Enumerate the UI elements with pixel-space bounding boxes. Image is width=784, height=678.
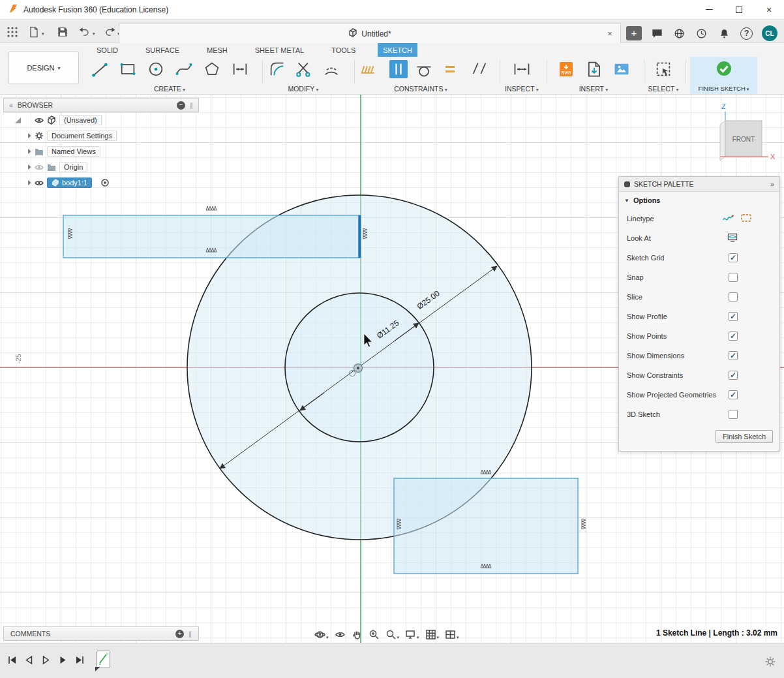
save-icon[interactable] [56,25,69,39]
group-label-inspect[interactable]: INSPECT [492,85,551,93]
zoom-window-icon[interactable] [385,629,400,640]
expand-arrow-icon[interactable] [28,180,31,185]
linetype-construction-icon[interactable] [740,213,752,224]
collapse-browser-icon[interactable]: « [9,101,13,109]
tangent-constraint-icon[interactable] [415,60,433,78]
step-forward-icon[interactable] [57,655,68,668]
undo-caret-icon[interactable]: ▾ [93,31,95,37]
tab-mesh[interactable]: MESH [202,43,233,57]
undo-icon[interactable] [78,25,91,39]
show-dimensions-checkbox[interactable] [729,351,738,360]
visibility-eye-icon[interactable] [35,179,44,187]
palette-collapse-icon[interactable]: » [770,180,774,188]
tab-surface[interactable]: SURFACE [140,43,185,57]
vertical-constraint-icon[interactable] [389,60,408,78]
viewports-icon[interactable] [445,629,459,640]
browser-minimize-icon[interactable]: − [177,101,185,110]
named-views-label[interactable]: Named Views [47,146,100,157]
help-icon[interactable]: ? [740,26,754,40]
pan-icon[interactable] [352,629,363,640]
snap-checkbox[interactable] [729,273,738,282]
file-menu-icon[interactable] [27,25,40,39]
select-tool-icon[interactable] [654,60,672,78]
app-grid-menu-icon[interactable] [6,25,19,39]
notifications-bell-icon[interactable] [717,26,731,40]
tab-solid[interactable]: SOLID [91,43,123,57]
group-label-modify[interactable]: MODIFY [274,85,333,93]
tab-tools[interactable]: TOOLS [326,43,361,57]
grid-settings-icon[interactable] [425,629,440,640]
show-projected-geometries-checkbox[interactable] [729,390,738,399]
minimize-button[interactable] [694,0,724,20]
fillet-tool-icon[interactable] [268,60,286,78]
maximize-button[interactable] [724,0,754,20]
target-icon[interactable] [100,178,110,187]
options-section-header[interactable]: ▼ Options [619,192,779,209]
linetype-normal-icon[interactable] [722,213,735,224]
insert-mesh-icon[interactable] [585,60,603,78]
timeline-settings-gear-icon[interactable] [764,656,776,670]
redo-icon[interactable] [103,25,116,39]
comments-bar[interactable]: COMMENTS + ∥ [3,626,199,641]
origin-label[interactable]: Origin [59,162,87,172]
close-button[interactable]: × [754,0,784,20]
visibility-eye-icon[interactable] [35,117,44,124]
new-tab-button[interactable]: + [626,26,642,40]
look-at-icon[interactable] [335,629,346,640]
group-label-select[interactable]: SELECT [634,85,693,93]
sketch-palette-header[interactable]: SKETCH PALETTE » [619,177,779,192]
sketch-rectangle-bottom[interactable] [394,478,578,574]
display-settings-icon[interactable] [405,629,419,640]
comments-icon[interactable] [650,26,664,40]
trim-tool-icon[interactable] [295,60,313,78]
group-label-insert[interactable]: INSERT [564,85,623,93]
go-to-end-icon[interactable] [74,655,85,668]
expand-corner-icon[interactable] [15,117,21,123]
3d-sketch-checkbox[interactable] [729,410,738,419]
look-at-icon[interactable] [727,233,738,244]
expand-arrow-icon[interactable] [28,149,31,154]
step-back-icon[interactable] [23,655,35,668]
go-to-start-icon[interactable] [7,655,18,668]
finish-sketch-button[interactable]: FINISH SKETCH [690,57,757,94]
browser-row-document-settings[interactable]: Document Settings [3,128,199,144]
workspace-selector[interactable]: DESIGN ▾ [8,52,79,84]
file-menu-caret-icon[interactable]: ▾ [42,31,44,37]
rectangle-tool-icon[interactable] [119,60,137,78]
expand-arrow-icon[interactable] [28,164,31,170]
document-tab[interactable]: Untitled* × [119,23,621,43]
account-avatar[interactable]: CL [762,25,777,41]
equal-constraint-icon[interactable] [441,60,459,78]
sketch-dimension-icon[interactable] [231,60,249,78]
browser-row-body[interactable]: body1:1 [3,175,199,191]
line-tool-icon[interactable] [91,60,109,78]
orbit-icon[interactable] [314,629,329,640]
play-icon[interactable] [40,655,52,668]
show-profile-checkbox[interactable] [729,312,738,321]
visibility-eye-off-icon[interactable] [35,164,44,171]
expand-arrow-icon[interactable] [28,133,31,138]
zoom-icon[interactable] [369,629,380,640]
finish-sketch-palette-button[interactable]: Finish Sketch [716,430,773,443]
body-item[interactable]: body1:1 [47,177,92,188]
document-settings-label[interactable]: Document Settings [47,131,117,141]
viewcube[interactable]: Z FRONT X [720,102,776,161]
comments-drag-handle[interactable]: ∥ [188,630,192,638]
timeline-sketch-feature[interactable] [97,651,110,668]
group-label-create[interactable]: CREATE [140,85,199,93]
fix-constraint-icon[interactable] [358,60,376,78]
insert-image-icon[interactable] [612,60,631,78]
group-label-constraints[interactable]: CONSTRAINTS [391,85,450,93]
browser-header[interactable]: « BROWSER − ∥ [3,98,199,112]
offset-tool-icon[interactable] [322,60,340,78]
parallel-constraint-icon[interactable] [470,60,489,78]
close-tab-icon[interactable]: × [605,29,615,39]
tab-sheet-metal[interactable]: SHEET METAL [250,43,309,57]
timeline-position-marker[interactable] [95,667,100,671]
sketch-grid-checkbox[interactable] [729,253,738,262]
show-points-checkbox[interactable] [729,331,738,341]
browser-row-named-views[interactable]: Named Views [3,144,199,159]
browser-row-origin[interactable]: Origin [3,159,199,175]
insert-svg-icon[interactable]: SVG [557,60,575,78]
tab-sketch[interactable]: SKETCH [378,43,417,57]
